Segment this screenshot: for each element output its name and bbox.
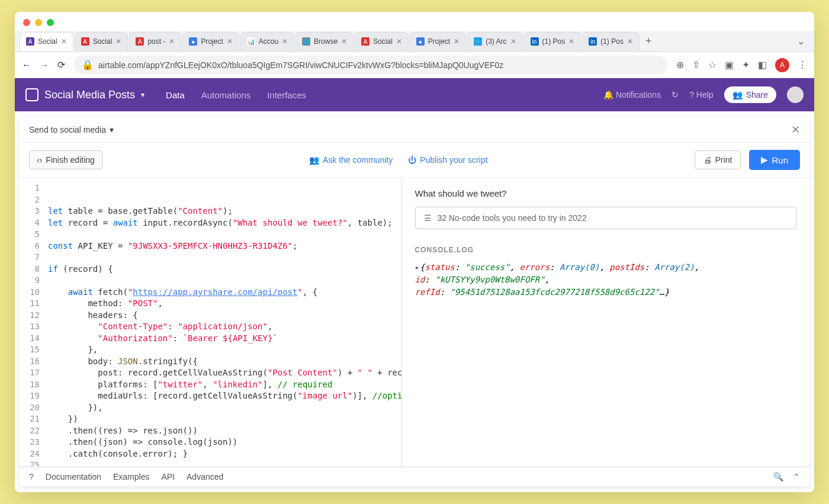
browser-tab[interactable]: ASocial✕ xyxy=(355,32,409,51)
run-button[interactable]: ▶ Run xyxy=(749,150,800,170)
zoom-icon[interactable]: ⊕ xyxy=(676,59,684,70)
code-line[interactable]: .then((res) => res.json()) xyxy=(46,425,401,437)
code-line[interactable] xyxy=(46,460,401,467)
tab-close-icon[interactable]: ✕ xyxy=(169,37,175,46)
star-icon[interactable]: ☆ xyxy=(708,59,716,70)
history-icon[interactable]: ↻ xyxy=(671,90,679,99)
extensions-icon[interactable]: ✦ xyxy=(742,59,750,70)
reload-button[interactable]: ⟳ xyxy=(57,59,65,70)
code-line[interactable] xyxy=(46,275,401,287)
code-editor[interactable]: 1234567891011121314151617181920212223242… xyxy=(20,178,402,467)
tab-label: Project xyxy=(201,37,223,46)
code-line[interactable] xyxy=(46,252,401,264)
browser-tab[interactable]: Apost -✕ xyxy=(129,32,181,51)
code-line[interactable]: post: record.getCellValueAsString("Post … xyxy=(46,367,401,379)
tab-close-icon[interactable]: ✕ xyxy=(454,37,460,46)
tab-close-icon[interactable]: ✕ xyxy=(282,37,288,46)
tab-label: Browse xyxy=(314,37,338,46)
tab-close-icon[interactable]: ✕ xyxy=(627,37,633,46)
tab-close-icon[interactable]: ✕ xyxy=(61,37,67,46)
share-button[interactable]: 👥 Share xyxy=(724,86,776,103)
documentation-link[interactable]: Documentation xyxy=(46,472,101,481)
nav-data[interactable]: Data xyxy=(166,90,185,100)
share-icon[interactable]: ⇧ xyxy=(692,59,700,70)
browser-avatar[interactable]: A xyxy=(775,58,789,72)
tab-label: (1) Pos xyxy=(542,37,565,46)
browser-tab[interactable]: 🌐Browse✕ xyxy=(295,32,354,51)
code-line[interactable]: await fetch("https://app.ayrshare.com/ap… xyxy=(46,287,401,298)
browser-tab[interactable]: in(1) Pos✕ xyxy=(582,32,640,51)
window-close[interactable] xyxy=(23,19,30,26)
code-line[interactable]: const API_KEY = "9JWSXX3-5PEMFCX-HN0HHZ3… xyxy=(46,240,401,252)
advanced-link[interactable]: Advanced xyxy=(187,472,223,481)
code-line[interactable]: body: JSON.stringify({ xyxy=(46,356,401,368)
line-number: 18 xyxy=(20,379,40,391)
browser-tab[interactable]: ●Project✕ xyxy=(410,32,466,51)
api-link[interactable]: API xyxy=(161,472,175,481)
line-number: 15 xyxy=(20,344,40,356)
new-tab-button[interactable]: + xyxy=(641,33,657,50)
forward-button[interactable]: → xyxy=(40,60,49,70)
browser-tab[interactable]: ASocial✕ xyxy=(75,32,128,51)
back-button[interactable]: ← xyxy=(22,60,31,70)
browser-tab[interactable]: in(1) Pos✕ xyxy=(524,32,581,51)
tab-close-icon[interactable]: ✕ xyxy=(510,37,516,46)
print-button[interactable]: 🖨 Print xyxy=(695,150,741,169)
code-line[interactable]: }) xyxy=(46,413,401,425)
help-button[interactable]: ? Help xyxy=(689,90,713,99)
line-number: 19 xyxy=(20,390,40,402)
examples-link[interactable]: Examples xyxy=(113,472,149,481)
tab-overflow-button[interactable]: ⌄ xyxy=(792,33,809,49)
code-line[interactable]: method: "POST", xyxy=(46,298,401,310)
ask-community-link[interactable]: 👥 Ask the community xyxy=(309,155,393,165)
user-avatar[interactable] xyxy=(787,86,804,103)
tab-close-icon[interactable]: ✕ xyxy=(341,37,347,46)
code-line[interactable]: mediaUrls: [record.getCellValueAsString(… xyxy=(46,390,401,402)
nav-interfaces[interactable]: Interfaces xyxy=(267,90,306,100)
browser-tab[interactable]: 📊Accou✕ xyxy=(240,32,294,51)
browser-tab[interactable]: ●Project✕ xyxy=(182,32,239,51)
window-maximize[interactable] xyxy=(47,19,54,26)
code-line[interactable]: let record = await input.recordAsync("Wh… xyxy=(46,217,401,229)
browser-tab[interactable]: 🐦(3) Arc✕ xyxy=(467,32,522,51)
tab-close-icon[interactable]: ✕ xyxy=(396,37,402,46)
code-line[interactable]: platforms: ["twitter", "linkedin"], // r… xyxy=(46,379,401,391)
tab-close-icon[interactable]: ✕ xyxy=(227,37,233,46)
code-line[interactable]: }, xyxy=(46,344,401,356)
window-minimize[interactable] xyxy=(35,19,42,26)
script-dropdown[interactable]: Send to social media ▾ xyxy=(29,125,114,134)
menu-icon[interactable]: ⋮ xyxy=(798,59,807,70)
code-line[interactable]: if (record) { xyxy=(46,264,401,275)
record-selector[interactable]: ☰ 32 No-code tools you need to try in 20… xyxy=(415,207,797,229)
browser-tab[interactable]: ASocial✕ xyxy=(20,32,73,51)
code-line[interactable] xyxy=(46,229,401,240)
code-line[interactable]: let table = base.getTable("Content"); xyxy=(46,206,401,217)
finish-editing-button[interactable]: ‹› Finish editing xyxy=(29,150,102,169)
code-line[interactable]: .then((json) => console.log(json)) xyxy=(46,436,401,448)
chevron-down-icon[interactable]: ▾ xyxy=(141,91,144,99)
code-line[interactable] xyxy=(46,182,401,194)
publish-script-link[interactable]: ⏻ Publish your script xyxy=(408,155,487,165)
panel-icon[interactable]: ◧ xyxy=(758,59,767,70)
collapse-icon[interactable]: ⌃ xyxy=(793,472,800,481)
print-icon: 🖨 xyxy=(703,155,712,165)
code-line[interactable] xyxy=(46,194,401,206)
code-line[interactable]: }), xyxy=(46,402,401,414)
help-icon[interactable]: ? xyxy=(29,472,34,481)
line-number: 13 xyxy=(20,321,40,333)
tab-close-icon[interactable]: ✕ xyxy=(115,37,121,46)
notifications-button[interactable]: 🔔 Notifications xyxy=(603,90,661,99)
code-line[interactable]: "Content-Type": "application/json", xyxy=(46,321,401,333)
tab-close-icon[interactable]: ✕ xyxy=(568,37,574,46)
close-icon[interactable]: ✕ xyxy=(791,123,800,136)
code-line[interactable]: "Authorization": `Bearer ${API_KEY}` xyxy=(46,333,401,345)
nav-automations[interactable]: Automations xyxy=(201,90,250,100)
code-line[interactable]: headers: { xyxy=(46,310,401,322)
code-line[interactable]: .catch(console.error); } xyxy=(46,448,401,460)
window-icon[interactable]: ▣ xyxy=(725,59,734,70)
tab-label: Project xyxy=(428,37,450,46)
line-number: 6 xyxy=(20,240,40,252)
tab-label: (3) Arc xyxy=(486,37,506,46)
url-bar[interactable]: 🔒 airtable.com/appYZnfGLEejOK0xO/tbluoa5… xyxy=(73,56,668,74)
search-icon[interactable]: 🔍 xyxy=(773,472,783,481)
